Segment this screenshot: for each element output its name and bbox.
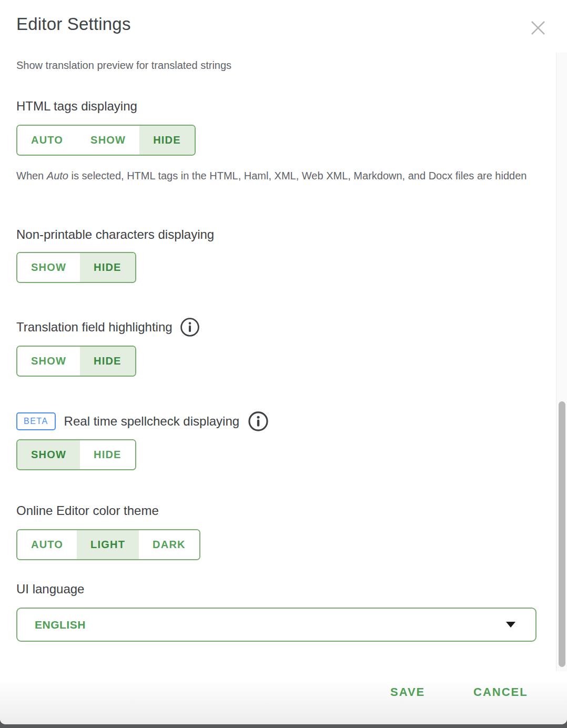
info-icon[interactable] bbox=[180, 317, 200, 337]
html-tags-option-show[interactable]: SHOW bbox=[77, 126, 139, 155]
html-tags-label: HTML tags displaying bbox=[16, 99, 137, 114]
spellcheck-option-hide[interactable]: HIDE bbox=[80, 440, 135, 469]
html-tags-option-hide[interactable]: HIDE bbox=[139, 126, 195, 155]
color-theme-label: Online Editor color theme bbox=[16, 503, 159, 518]
color-theme-option-dark[interactable]: DARK bbox=[139, 530, 199, 559]
translation-preview-note: Show translation preview for translated … bbox=[16, 59, 231, 72]
ui-language-select[interactable]: ENGLISH bbox=[16, 608, 536, 642]
field-highlight-option-show[interactable]: SHOW bbox=[17, 347, 80, 376]
close-icon[interactable] bbox=[528, 18, 548, 38]
field-highlight-row: Translation field highlighting bbox=[16, 317, 200, 337]
field-highlight-toggle: SHOW HIDE bbox=[16, 346, 136, 377]
desc-text-after: is selected, HTML tags in the HTML, Haml… bbox=[68, 170, 526, 181]
desc-text: When bbox=[16, 170, 47, 181]
field-highlight-option-hide[interactable]: HIDE bbox=[80, 347, 135, 376]
page-title: Editor Settings bbox=[16, 14, 131, 34]
beta-badge: BETA bbox=[16, 412, 56, 430]
html-tags-toggle: AUTO SHOW HIDE bbox=[16, 125, 196, 156]
save-button[interactable]: SAVE bbox=[390, 685, 425, 699]
desc-auto-word: Auto bbox=[47, 170, 68, 181]
editor-settings-dialog: Editor Settings Show translation preview… bbox=[0, 0, 567, 724]
color-theme-toggle: AUTO LIGHT DARK bbox=[16, 529, 200, 560]
spellcheck-row: BETA Real time spellcheck displaying bbox=[16, 411, 269, 432]
non-printable-option-hide[interactable]: HIDE bbox=[80, 253, 135, 282]
field-highlight-label: Translation field highlighting bbox=[16, 320, 173, 335]
scrollbar-track[interactable] bbox=[556, 53, 567, 671]
non-printable-label: Non-printable characters displaying bbox=[16, 227, 214, 242]
ui-language-label: UI language bbox=[16, 582, 84, 596]
html-tags-description: When Auto is selected, HTML tags in the … bbox=[16, 166, 537, 186]
chevron-down-icon bbox=[506, 622, 515, 628]
scrollbar-thumb[interactable] bbox=[559, 401, 565, 667]
color-theme-option-auto[interactable]: AUTO bbox=[17, 530, 77, 559]
html-tags-option-auto[interactable]: AUTO bbox=[17, 126, 77, 155]
non-printable-option-show[interactable]: SHOW bbox=[17, 253, 80, 282]
ui-language-value: ENGLISH bbox=[35, 619, 506, 631]
spellcheck-option-show[interactable]: SHOW bbox=[17, 440, 80, 469]
color-theme-option-light[interactable]: LIGHT bbox=[77, 530, 139, 559]
cancel-button[interactable]: CANCEL bbox=[473, 685, 528, 699]
info-icon[interactable] bbox=[248, 411, 269, 432]
non-printable-toggle: SHOW HIDE bbox=[16, 252, 136, 283]
spellcheck-label: Real time spellcheck displaying bbox=[64, 414, 240, 429]
spellcheck-toggle: SHOW HIDE bbox=[16, 439, 136, 470]
